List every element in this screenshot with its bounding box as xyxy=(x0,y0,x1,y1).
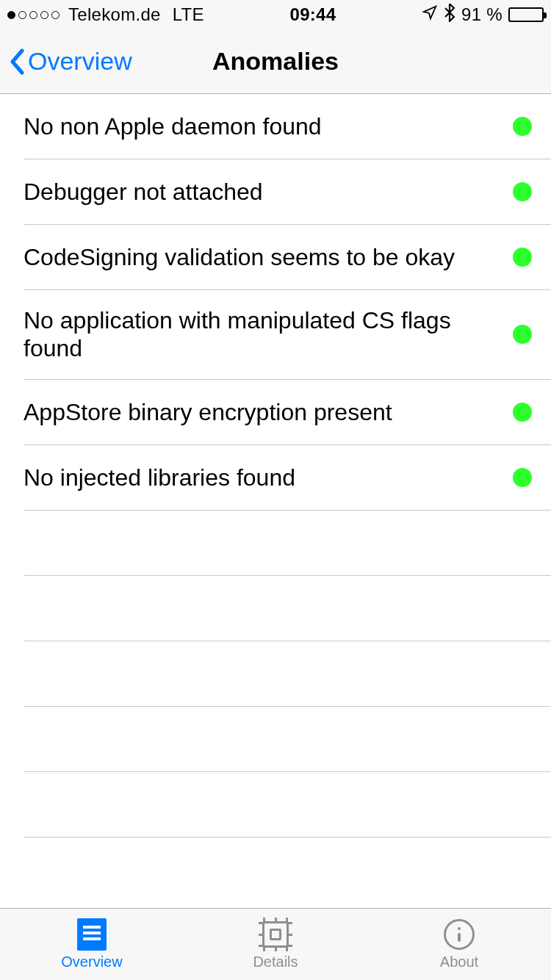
status-ok-icon xyxy=(513,403,532,422)
anomalies-list[interactable]: No non Apple daemon foundDebugger not at… xyxy=(0,94,551,908)
overview-icon xyxy=(76,918,108,951)
back-button[interactable]: Overview xyxy=(9,47,132,76)
list-item[interactable]: Debugger not attached xyxy=(0,159,551,224)
signal-strength-icon xyxy=(7,11,60,19)
list-item[interactable]: No application with manipulated CS flags… xyxy=(0,290,551,379)
tab-label: About xyxy=(440,954,478,970)
network-type-label: LTE xyxy=(173,4,204,25)
details-icon xyxy=(259,918,292,951)
bluetooth-icon xyxy=(444,3,455,26)
tab-details[interactable]: Details xyxy=(184,909,367,980)
list-item-label: No injected libraries found xyxy=(24,464,498,491)
tab-overview[interactable]: Overview xyxy=(0,909,184,980)
status-left: Telekom.de LTE xyxy=(7,4,204,25)
list-item-label: Debugger not attached xyxy=(24,178,498,206)
list-item-label: AppStore binary encryption present xyxy=(24,398,498,426)
status-ok-icon xyxy=(513,117,532,136)
status-ok-icon xyxy=(513,325,532,344)
list-item-label: CodeSigning validation seems to be okay xyxy=(24,243,498,271)
tab-about[interactable]: About xyxy=(367,909,551,980)
tab-label: Overview xyxy=(61,954,122,970)
status-ok-icon xyxy=(513,182,532,201)
list-item[interactable]: CodeSigning validation seems to be okay xyxy=(0,225,551,289)
list-item-empty xyxy=(0,707,551,771)
battery-percent-label: 91 % xyxy=(461,4,503,25)
list-item-empty xyxy=(0,576,551,641)
list-item-label: No non Apple daemon found xyxy=(24,112,498,140)
about-icon xyxy=(443,918,475,951)
tab-bar: OverviewDetailsAbout xyxy=(0,908,551,980)
nav-bar: Overview Anomalies xyxy=(0,29,551,94)
list-item-empty xyxy=(0,772,551,837)
back-label: Overview xyxy=(28,47,132,76)
clock-label: 09:44 xyxy=(204,4,422,25)
carrier-label: Telekom.de xyxy=(68,4,161,25)
status-bar: Telekom.de LTE 09:44 91 % xyxy=(0,0,551,29)
status-ok-icon xyxy=(513,468,532,487)
list-item[interactable]: No non Apple daemon found xyxy=(0,94,551,159)
list-item-label: No application with manipulated CS flags… xyxy=(24,306,498,363)
list-item-empty xyxy=(0,641,551,706)
battery-icon xyxy=(508,7,544,22)
status-right: 91 % xyxy=(422,3,544,26)
list-item[interactable]: AppStore binary encryption present xyxy=(0,380,551,444)
list-item-empty xyxy=(0,511,551,575)
list-item[interactable]: No injected libraries found xyxy=(0,445,551,510)
separator xyxy=(24,837,551,837)
chevron-left-icon xyxy=(9,48,25,75)
location-icon xyxy=(422,4,438,25)
tab-label: Details xyxy=(253,954,298,970)
status-ok-icon xyxy=(513,248,532,267)
